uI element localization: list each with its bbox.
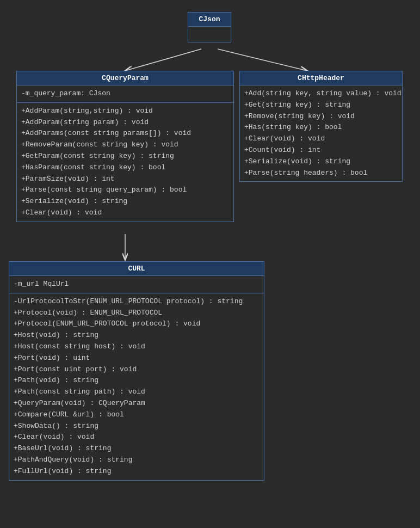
- method-line-1: +AddParam(string,string) : void: [21, 106, 229, 117]
- method-line-8: +Parse(const string query_param) : bool: [21, 185, 229, 196]
- cjson-name: CJson: [199, 15, 220, 23]
- diagram-container: CJson CQueryParam -m_query_param: CJson …: [0, 0, 420, 528]
- ch-method-6: +Count(void) : int: [244, 145, 398, 156]
- ch-method-3: +Remove(string key) : void: [244, 111, 398, 122]
- curl-method-4: +Host(void) : string: [14, 330, 260, 341]
- curl-method-12: +ShowData() : string: [14, 421, 260, 432]
- cqueryparam-methods: +AddParam(string,string) : void +AddPara…: [17, 103, 233, 222]
- curl-method-2: +Protocol(void) : ENUM_URL_PROTOCOL: [14, 308, 260, 319]
- curl-method-6: +Port(void) : uint: [14, 353, 260, 364]
- cqueryparam-box: CQueryParam -m_query_param: CJson +AddPa…: [16, 71, 234, 222]
- curl-methods: -UrlProtocolToStr(ENUM_URL_PROTOCOL prot…: [9, 293, 264, 480]
- chttpheader-box: CHttpHeader +Add(string key, string valu…: [239, 71, 403, 182]
- ch-method-8: +Parse(string headers) : bool: [244, 168, 398, 179]
- curl-method-14: +BaseUrl(void) : string: [14, 443, 260, 455]
- attr-line-1: -m_query_param: CJson: [21, 88, 229, 100]
- ch-method-7: +Serialize(void) : string: [244, 156, 398, 168]
- svg-line-0: [125, 49, 201, 71]
- svg-line-1: [218, 49, 307, 71]
- chttpheader-methods: +Add(string key, string value) : void +G…: [240, 85, 402, 181]
- method-line-10: +Clear(void) : void: [21, 207, 229, 219]
- cqueryparam-header: CQueryParam: [17, 71, 233, 85]
- curl-method-16: +FullUrl(void) : string: [14, 466, 260, 477]
- curl-method-3: +Protocol(ENUM_URL_PROTOCOL protocol) : …: [14, 318, 260, 330]
- curl-name: CURL: [128, 265, 145, 273]
- curl-box: CURL -m_url MqlUrl -UrlProtocolToStr(ENU…: [9, 261, 264, 481]
- curl-header: CURL: [9, 262, 264, 276]
- curl-method-13: +Clear(void) : void: [14, 432, 260, 443]
- cqueryparam-name: CQueryParam: [102, 74, 149, 82]
- method-line-9: +Serialize(void) : string: [21, 196, 229, 207]
- chttpheader-header: CHttpHeader: [240, 71, 402, 85]
- ch-method-1: +Add(string key, string value) : void: [244, 88, 398, 100]
- method-line-5: +GetParam(const string key) : string: [21, 151, 229, 162]
- curl-method-1: -UrlProtocolToStr(ENUM_URL_PROTOCOL prot…: [14, 296, 260, 308]
- curl-method-15: +PathAndQuery(void) : string: [14, 455, 260, 466]
- cjson-header: CJson: [188, 13, 231, 27]
- curl-method-8: +Path(void) : string: [14, 375, 260, 386]
- method-line-4: +RemoveParam(const string key) : void: [21, 139, 229, 151]
- cqueryparam-attributes: -m_query_param: CJson: [17, 85, 233, 103]
- method-line-2: +AddParam(string param) : void: [21, 117, 229, 128]
- ch-method-2: +Get(string key) : string: [244, 100, 398, 111]
- curl-attributes: -m_url MqlUrl: [9, 276, 264, 293]
- method-line-3: +AddParams(const string params[]) : void: [21, 128, 229, 139]
- curl-method-9: +Path(const string path) : void: [14, 386, 260, 398]
- ch-method-5: +Clear(void) : void: [244, 133, 398, 145]
- curl-method-5: +Host(const string host) : void: [14, 341, 260, 353]
- cjson-body: [188, 27, 231, 42]
- chttpheader-name: CHttpHeader: [298, 74, 344, 82]
- cjson-box: CJson: [188, 12, 231, 42]
- curl-method-7: +Port(const uint port) : void: [14, 364, 260, 376]
- curl-method-10: +QueryParam(void) : CQueryParam: [14, 398, 260, 409]
- ch-method-4: +Has(string key) : bool: [244, 122, 398, 133]
- curl-attr-1: -m_url MqlUrl: [14, 279, 260, 290]
- curl-method-11: +Compare(CURL &url) : bool: [14, 409, 260, 421]
- method-line-6: +HasParam(const string key) : bool: [21, 162, 229, 174]
- method-line-7: +ParamSize(void) : int: [21, 174, 229, 185]
